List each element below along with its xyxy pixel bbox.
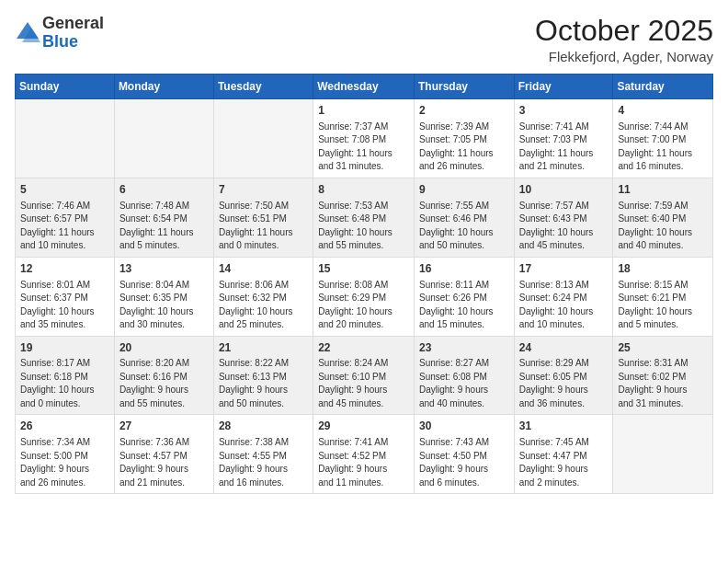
day-number: 22	[318, 340, 409, 356]
logo-text: General Blue	[42, 15, 104, 52]
calendar-cell: 15Sunrise: 8:08 AM Sunset: 6:29 PM Dayli…	[313, 257, 415, 336]
calendar-week-row: 1Sunrise: 7:37 AM Sunset: 7:08 PM Daylig…	[16, 99, 713, 178]
weekday-header-row: SundayMondayTuesdayWednesdayThursdayFrid…	[16, 75, 713, 99]
day-info: Sunrise: 8:27 AM Sunset: 6:08 PM Dayligh…	[419, 357, 509, 410]
day-info: Sunrise: 7:43 AM Sunset: 4:50 PM Dayligh…	[419, 436, 509, 489]
calendar-cell: 4Sunrise: 7:44 AM Sunset: 7:00 PM Daylig…	[613, 99, 713, 178]
calendar-cell: 26Sunrise: 7:34 AM Sunset: 5:00 PM Dayli…	[16, 415, 115, 494]
logo-general: General	[42, 15, 104, 33]
calendar-cell: 18Sunrise: 8:15 AM Sunset: 6:21 PM Dayli…	[613, 257, 713, 336]
day-info: Sunrise: 8:06 AM Sunset: 6:32 PM Dayligh…	[219, 279, 308, 332]
day-number: 10	[519, 182, 609, 198]
day-info: Sunrise: 7:34 AM Sunset: 5:00 PM Dayligh…	[20, 436, 109, 489]
day-info: Sunrise: 8:29 AM Sunset: 6:05 PM Dayligh…	[519, 357, 609, 410]
day-info: Sunrise: 8:08 AM Sunset: 6:29 PM Dayligh…	[318, 279, 409, 332]
calendar-cell: 22Sunrise: 8:24 AM Sunset: 6:10 PM Dayli…	[313, 336, 415, 415]
calendar-cell: 17Sunrise: 8:13 AM Sunset: 6:24 PM Dayli…	[514, 257, 613, 336]
day-info: Sunrise: 7:37 AM Sunset: 7:08 PM Dayligh…	[318, 121, 409, 174]
calendar-cell	[613, 415, 713, 494]
weekday-header-thursday: Thursday	[414, 75, 514, 99]
day-number: 27	[119, 419, 209, 434]
day-number: 6	[119, 182, 209, 198]
day-info: Sunrise: 8:20 AM Sunset: 6:16 PM Dayligh…	[119, 357, 209, 410]
day-number: 26	[20, 419, 109, 434]
day-number: 4	[618, 103, 708, 119]
day-number: 11	[618, 182, 708, 198]
calendar-cell: 12Sunrise: 8:01 AM Sunset: 6:37 PM Dayli…	[16, 257, 115, 336]
calendar-cell: 23Sunrise: 8:27 AM Sunset: 6:08 PM Dayli…	[414, 336, 514, 415]
calendar-cell: 8Sunrise: 7:53 AM Sunset: 6:48 PM Daylig…	[313, 178, 415, 257]
day-number: 7	[219, 182, 308, 198]
calendar-cell: 28Sunrise: 7:38 AM Sunset: 4:55 PM Dayli…	[213, 415, 313, 494]
weekday-header-sunday: Sunday	[16, 75, 115, 99]
day-info: Sunrise: 7:59 AM Sunset: 6:40 PM Dayligh…	[618, 200, 708, 253]
day-info: Sunrise: 7:39 AM Sunset: 7:05 PM Dayligh…	[419, 121, 509, 174]
day-info: Sunrise: 8:22 AM Sunset: 6:13 PM Dayligh…	[219, 357, 308, 410]
day-number: 8	[318, 182, 409, 198]
day-number: 29	[318, 419, 409, 434]
day-info: Sunrise: 7:38 AM Sunset: 4:55 PM Dayligh…	[219, 436, 308, 489]
day-info: Sunrise: 7:46 AM Sunset: 6:57 PM Dayligh…	[20, 200, 109, 253]
day-info: Sunrise: 7:50 AM Sunset: 6:51 PM Dayligh…	[219, 200, 308, 253]
day-info: Sunrise: 7:41 AM Sunset: 7:03 PM Dayligh…	[519, 121, 609, 174]
day-number: 15	[318, 261, 409, 277]
day-info: Sunrise: 8:15 AM Sunset: 6:21 PM Dayligh…	[618, 279, 708, 332]
calendar-cell: 11Sunrise: 7:59 AM Sunset: 6:40 PM Dayli…	[613, 178, 713, 257]
weekday-header-saturday: Saturday	[613, 75, 713, 99]
calendar-cell: 31Sunrise: 7:45 AM Sunset: 4:47 PM Dayli…	[514, 415, 613, 494]
day-number: 18	[618, 261, 708, 277]
calendar-week-row: 19Sunrise: 8:17 AM Sunset: 6:18 PM Dayli…	[16, 336, 713, 415]
calendar-cell: 3Sunrise: 7:41 AM Sunset: 7:03 PM Daylig…	[514, 99, 613, 178]
location: Flekkefjord, Agder, Norway	[535, 49, 713, 64]
day-info: Sunrise: 8:11 AM Sunset: 6:26 PM Dayligh…	[419, 279, 509, 332]
calendar-cell: 13Sunrise: 8:04 AM Sunset: 6:35 PM Dayli…	[114, 257, 213, 336]
day-number: 28	[219, 419, 308, 434]
calendar-cell	[16, 99, 115, 178]
weekday-header-tuesday: Tuesday	[213, 75, 313, 99]
day-info: Sunrise: 7:53 AM Sunset: 6:48 PM Dayligh…	[318, 200, 409, 253]
calendar-cell: 20Sunrise: 8:20 AM Sunset: 6:16 PM Dayli…	[114, 336, 213, 415]
day-info: Sunrise: 7:41 AM Sunset: 4:52 PM Dayligh…	[318, 436, 409, 489]
day-number: 31	[519, 419, 609, 434]
day-info: Sunrise: 7:44 AM Sunset: 7:00 PM Dayligh…	[618, 121, 708, 174]
calendar-cell: 1Sunrise: 7:37 AM Sunset: 7:08 PM Daylig…	[313, 99, 415, 178]
day-number: 19	[20, 340, 109, 356]
day-number: 2	[419, 103, 509, 119]
calendar-week-row: 26Sunrise: 7:34 AM Sunset: 5:00 PM Dayli…	[16, 415, 713, 494]
day-number: 25	[618, 340, 708, 356]
calendar-cell: 25Sunrise: 8:31 AM Sunset: 6:02 PM Dayli…	[613, 336, 713, 415]
month-title: October 2025	[535, 15, 713, 47]
day-number: 5	[20, 182, 109, 198]
calendar-cell	[213, 99, 313, 178]
day-number: 12	[20, 261, 109, 277]
calendar-cell: 7Sunrise: 7:50 AM Sunset: 6:51 PM Daylig…	[213, 178, 313, 257]
calendar-week-row: 5Sunrise: 7:46 AM Sunset: 6:57 PM Daylig…	[16, 178, 713, 257]
day-info: Sunrise: 7:45 AM Sunset: 4:47 PM Dayligh…	[519, 436, 609, 489]
calendar-cell: 14Sunrise: 8:06 AM Sunset: 6:32 PM Dayli…	[213, 257, 313, 336]
day-info: Sunrise: 7:48 AM Sunset: 6:54 PM Dayligh…	[119, 200, 209, 253]
calendar-cell: 21Sunrise: 8:22 AM Sunset: 6:13 PM Dayli…	[213, 336, 313, 415]
calendar-cell: 27Sunrise: 7:36 AM Sunset: 4:57 PM Dayli…	[114, 415, 213, 494]
calendar-cell: 5Sunrise: 7:46 AM Sunset: 6:57 PM Daylig…	[16, 178, 115, 257]
day-number: 16	[419, 261, 509, 277]
day-number: 23	[419, 340, 509, 356]
calendar-cell: 2Sunrise: 7:39 AM Sunset: 7:05 PM Daylig…	[414, 99, 514, 178]
title-block: October 2025 Flekkefjord, Agder, Norway	[535, 15, 713, 64]
weekday-header-monday: Monday	[114, 75, 213, 99]
day-number: 14	[219, 261, 308, 277]
day-number: 20	[119, 340, 209, 356]
day-number: 9	[419, 182, 509, 198]
weekday-header-friday: Friday	[514, 75, 613, 99]
logo-icon	[15, 20, 40, 46]
day-number: 30	[419, 419, 509, 434]
calendar-cell: 24Sunrise: 8:29 AM Sunset: 6:05 PM Dayli…	[514, 336, 613, 415]
day-info: Sunrise: 8:17 AM Sunset: 6:18 PM Dayligh…	[20, 357, 109, 410]
calendar-cell: 19Sunrise: 8:17 AM Sunset: 6:18 PM Dayli…	[16, 336, 115, 415]
day-number: 24	[519, 340, 609, 356]
calendar-table: SundayMondayTuesdayWednesdayThursdayFrid…	[15, 74, 713, 494]
logo: General Blue	[15, 15, 104, 52]
day-number: 1	[318, 103, 409, 119]
day-info: Sunrise: 8:31 AM Sunset: 6:02 PM Dayligh…	[618, 357, 708, 410]
day-info: Sunrise: 7:55 AM Sunset: 6:46 PM Dayligh…	[419, 200, 509, 253]
calendar-cell	[114, 99, 213, 178]
